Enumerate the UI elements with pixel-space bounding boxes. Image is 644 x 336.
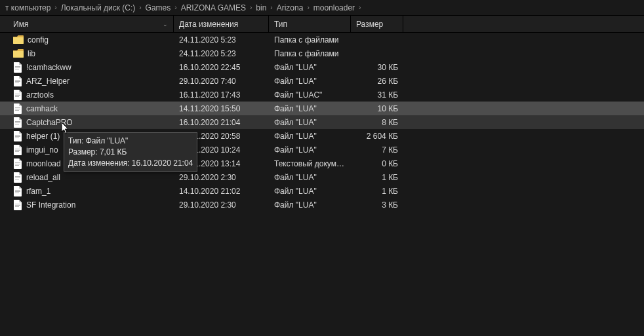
cell-type: Файл "LUA" (269, 132, 351, 141)
file-name: !camhackww (26, 63, 71, 72)
header-type[interactable]: Тип (269, 16, 351, 32)
file-name: config (28, 35, 49, 45)
svg-rect-15 (15, 135, 20, 136)
chevron-right-icon: › (307, 4, 309, 11)
file-row[interactable]: reload_all29.10.2020 2:30Файл "LUA"1 КБ (0, 170, 644, 184)
file-row[interactable]: camhack14.11.2020 15:50Файл "LUA"10 КБ (0, 102, 644, 115)
file-name: CaptchaPRO (26, 118, 73, 127)
cell-date: 14.11.2020 15:50 (174, 104, 269, 113)
svg-rect-31 (15, 205, 20, 206)
cell-size: 1 КБ (351, 187, 403, 196)
file-name: lib (28, 49, 35, 58)
svg-rect-10 (15, 109, 20, 109)
file-name: moonload (26, 159, 61, 168)
chevron-right-icon: › (139, 4, 141, 11)
breadcrumb-item[interactable]: Локальный диск (C:) (60, 3, 137, 12)
cell-date: 16.11.2020 17:43 (174, 90, 269, 100)
file-icon (13, 186, 22, 196)
folder-icon (13, 35, 24, 44)
file-icon (13, 76, 22, 86)
cell-type: Файл "LUA" (269, 104, 351, 113)
file-row[interactable]: SF Integration29.10.2020 2:30Файл "LUA"3… (0, 198, 644, 212)
header-label: Тип (274, 20, 287, 29)
cell-size: 3 КБ (351, 200, 403, 210)
cell-size: 2 604 КБ (351, 132, 403, 141)
file-row[interactable]: config24.11.2020 5:23Папка с файлами (0, 33, 644, 47)
svg-rect-17 (15, 138, 19, 138)
svg-rect-26 (15, 179, 19, 179)
cell-type: Файл "LUA" (269, 118, 351, 127)
cell-size: 31 КБ (351, 90, 403, 100)
tooltip-type: Тип: Файл "LUA" (68, 136, 193, 147)
svg-rect-28 (15, 191, 20, 192)
cell-type: Папка с файлами (269, 49, 351, 58)
cell-type: Файл "LUA" (269, 63, 351, 72)
cell-name: SF Integration (0, 200, 174, 210)
breadcrumb-item[interactable]: ARIZONA GAMES (180, 3, 247, 12)
svg-rect-14 (15, 124, 19, 124)
svg-rect-3 (15, 80, 20, 81)
svg-rect-13 (15, 122, 20, 123)
svg-rect-4 (15, 81, 20, 82)
file-row[interactable]: !camhackww16.10.2020 22:45Файл "LUA"30 К… (0, 60, 644, 74)
breadcrumb-item[interactable]: Arizona (275, 3, 305, 12)
file-icon (13, 159, 22, 169)
file-name: SF Integration (26, 200, 75, 210)
header-size[interactable]: Размер (351, 16, 403, 32)
header-label: Размер (356, 20, 383, 29)
cell-date: 16.10.2020 21:04 (174, 118, 269, 127)
breadcrumb-item[interactable]: bin (254, 3, 268, 12)
svg-rect-18 (15, 149, 20, 149)
file-tooltip: Тип: Файл "LUA" Размер: 7,01 КБ Дата изм… (64, 132, 197, 172)
file-row[interactable]: CaptchaPRO16.10.2020 21:04Файл "LUA"8 КБ (0, 115, 644, 129)
svg-rect-25 (15, 177, 20, 178)
breadcrumb-item[interactable]: moonloader (312, 3, 356, 12)
header-name[interactable]: Имя ⌄ (0, 16, 174, 32)
cell-type: Файл "LUA" (269, 77, 351, 86)
cell-date: 29.10.2020 7:40 (174, 77, 269, 86)
file-name: rfam_1 (26, 187, 50, 196)
file-row[interactable]: ARZ_Helper29.10.2020 7:40Файл "LUA"26 КБ (0, 74, 644, 88)
column-headers: Имя ⌄ Дата изменения Тип Размер (0, 16, 644, 33)
breadcrumb-item[interactable]: Games (144, 3, 172, 12)
file-icon (13, 117, 22, 128)
cell-date: 16.10.2020 22:45 (174, 63, 269, 72)
header-label: Имя (13, 20, 28, 29)
cell-size: 0 КБ (351, 159, 403, 168)
breadcrumb[interactable]: т компьютер › Локальный диск (C:) › Game… (0, 0, 644, 16)
file-row[interactable]: arztools16.11.2020 17:43Файл "LUAC"31 КБ (0, 88, 644, 102)
file-name: camhack (26, 104, 58, 113)
file-row[interactable]: lib24.11.2020 5:23Папка с файлами (0, 47, 644, 60)
cell-size: 10 КБ (351, 104, 403, 113)
cell-type: Файл "LUAC" (269, 90, 351, 100)
chevron-right-icon: › (359, 4, 361, 11)
svg-rect-19 (15, 150, 20, 151)
cell-type: Файл "LUA" (269, 173, 351, 182)
file-name: arztools (26, 90, 54, 100)
cell-type: Файл "LUA" (269, 145, 351, 155)
cell-name: config (0, 35, 174, 45)
cell-type: Папка с файлами (269, 35, 351, 45)
svg-rect-22 (15, 164, 20, 164)
header-date[interactable]: Дата изменения (174, 16, 269, 32)
cell-type: Текстовый докум… (269, 159, 351, 168)
file-row[interactable]: rfam_114.10.2020 21:02Файл "LUA"1 КБ (0, 184, 644, 198)
cell-date: 29.10.2020 2:30 (174, 173, 269, 182)
breadcrumb-item[interactable]: т компьютер (4, 3, 52, 12)
svg-rect-16 (15, 136, 20, 137)
sort-indicator-icon: ⌄ (163, 21, 168, 28)
cell-size: 8 КБ (351, 118, 403, 127)
tooltip-date: Дата изменения: 16.10.2020 21:04 (68, 158, 193, 169)
cell-name: lib (0, 49, 174, 58)
svg-rect-11 (15, 110, 19, 111)
file-icon (13, 103, 22, 114)
cell-size: 30 КБ (351, 63, 403, 72)
svg-rect-6 (15, 94, 20, 94)
file-icon (13, 145, 22, 155)
svg-rect-5 (15, 83, 19, 83)
cell-name: camhack (0, 103, 174, 114)
cell-size: 1 КБ (351, 173, 403, 182)
cell-date: 24.11.2020 5:23 (174, 35, 269, 45)
chevron-right-icon: › (174, 4, 176, 11)
svg-rect-23 (15, 165, 19, 166)
